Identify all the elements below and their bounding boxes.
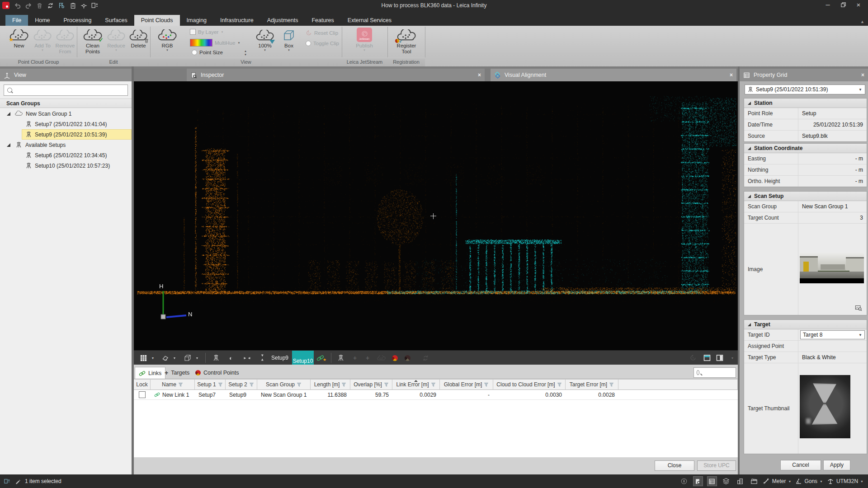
image-zoom-icon[interactable] (855, 304, 862, 311)
target-thumbnail[interactable] (800, 375, 850, 438)
menu-tab-imaging[interactable]: Imaging (180, 15, 213, 26)
section-header[interactable]: Station (744, 99, 867, 108)
layers-icon[interactable] (721, 476, 731, 486)
view-from-station-icon[interactable] (335, 351, 346, 365)
filter-icon[interactable] (178, 382, 183, 387)
store-upc-button[interactable]: Store UPC (697, 460, 736, 471)
clip-cube-dropdown-icon[interactable]: ▼ (194, 351, 200, 365)
station-visibility-icon[interactable] (211, 351, 222, 365)
filter-icon[interactable] (384, 382, 389, 387)
rgb-button[interactable]: RGB ▼ (156, 27, 179, 57)
crs-selector[interactable]: UTM32N ▼ (827, 478, 863, 485)
close-dock-button[interactable]: Close (655, 460, 694, 471)
collapse-icon[interactable] (748, 195, 751, 198)
visual-alignment-panel-tab[interactable]: Visual Alignment × (491, 69, 736, 81)
scan-search-input[interactable] (15, 87, 127, 94)
inspector-panel-tab[interactable]: Inspector × (187, 69, 485, 81)
collapse-icon[interactable] (748, 323, 751, 326)
mirror-horizontal-icon[interactable]: ►◄ (241, 351, 253, 365)
panorama-thumbnail[interactable] (800, 253, 864, 283)
target-id-dropdown[interactable]: Target 8 ▼ (800, 330, 865, 339)
menu-tab-file[interactable]: File (5, 15, 28, 26)
tree-item-setup-selected[interactable]: Setup9 (25/01/2022 10:51:39) (0, 129, 132, 140)
point-size-stepper[interactable]: ▲▼ (244, 50, 247, 56)
column-header-global-error[interactable]: Global Error [m] (440, 380, 493, 390)
column-header-scan-group[interactable]: Scan Group (257, 380, 311, 390)
column-header-link-error[interactable]: Link Error [m] (392, 380, 440, 390)
filter-icon[interactable] (297, 382, 302, 387)
tab-control-points[interactable]: Control Points (192, 367, 243, 379)
clip-cube-icon[interactable] (183, 351, 193, 365)
by-layer-checkbox[interactable] (190, 29, 196, 35)
filter-icon[interactable] (431, 382, 436, 387)
collapse-ribbon-icon[interactable]: ▲ (860, 19, 864, 24)
multihue-toggle[interactable]: MultiHue▼ (190, 39, 240, 47)
angle-unit-selector[interactable]: Gons ▼ (795, 478, 823, 485)
property-grid-panel-tab[interactable]: Property Grid × (740, 69, 868, 81)
eraser-tool-icon[interactable] (160, 351, 170, 365)
tree-item-setup[interactable]: Setup10 (25/01/2022 10:57:23) (0, 160, 132, 171)
new-scan-group-button[interactable]: ★ New (7, 27, 31, 57)
split-view-icon[interactable]: ◐ (226, 351, 236, 365)
create-link-icon[interactable]: ★ (316, 351, 327, 365)
reduce-button[interactable]: Reduce ▼ (106, 27, 127, 57)
filter-icon[interactable] (218, 382, 223, 387)
mirror-vertical-icon[interactable]: ►◄ (255, 352, 270, 364)
collapse-icon[interactable] (748, 102, 751, 105)
property-grid-close-icon[interactable]: × (861, 72, 864, 78)
add-point-icon[interactable]: + (363, 351, 373, 365)
section-header[interactable]: Target (744, 320, 867, 329)
distance-unit-selector[interactable]: Meter ▼ (763, 478, 792, 485)
column-header-overlap[interactable]: Overlap [%] (350, 380, 392, 390)
compass-icon[interactable] (679, 476, 689, 486)
menu-tab-point-clouds[interactable]: Point Clouds (134, 15, 180, 26)
close-button[interactable]: × (851, 0, 866, 11)
column-header-setup2[interactable]: Setup 2 (226, 380, 257, 390)
edit-mode-icon[interactable] (14, 478, 21, 485)
cloud-visibility-icon[interactable] (375, 351, 387, 365)
register-tool-button[interactable]: ↙ Register Tool (392, 27, 420, 57)
filter-icon[interactable] (557, 382, 562, 387)
control-points-alt-icon[interactable] (402, 351, 412, 365)
by-layer-toggle[interactable]: By Layer▼ (190, 29, 223, 35)
toggle-clip-option[interactable]: Toggle Clip (306, 41, 339, 46)
delete-points-button[interactable]: Delete (127, 27, 149, 57)
inspector-toggle-icon[interactable] (693, 476, 703, 486)
filter-icon[interactable] (609, 382, 614, 387)
filter-icon[interactable] (341, 382, 346, 387)
expander-icon[interactable] (7, 112, 10, 116)
column-header-target-error[interactable]: Target Error [m] (566, 380, 618, 390)
publish-button[interactable]: JetStream Publish ▼ (351, 27, 378, 57)
column-header-setup1[interactable]: Setup 1 (195, 380, 226, 390)
point-size-radio[interactable] (192, 50, 197, 55)
apply-button[interactable]: Apply (823, 460, 850, 470)
section-header[interactable]: Station Coordinate (744, 144, 867, 153)
remove-from-button[interactable]: Remove From (53, 27, 77, 57)
split-horizontal-icon[interactable] (702, 351, 712, 365)
minimize-button[interactable]: ─ (820, 0, 835, 11)
add-target-icon[interactable]: + (350, 351, 360, 365)
menu-tab-infrastructure[interactable]: Infrastructure (213, 15, 260, 26)
animation-icon[interactable] (749, 476, 759, 486)
menu-tab-features[interactable]: Features (305, 15, 340, 26)
view-panel-tab[interactable]: View (0, 69, 132, 81)
menu-tab-external-services[interactable]: External Services (341, 15, 398, 26)
point-size-option[interactable]: Point Size (192, 50, 223, 55)
selected-object-dropdown[interactable]: Setup9 (25/01/2022 10:51:39) ▼ (745, 84, 865, 94)
scan-search-box[interactable] (4, 84, 128, 96)
menu-tab-processing[interactable]: Processing (57, 15, 99, 26)
point-density-button[interactable]: 100% ▼ (253, 27, 277, 57)
clip-box-button[interactable]: Box ▼ (278, 27, 299, 57)
add-to-button[interactable]: Add To ▼ (32, 27, 53, 57)
control-points-icon[interactable] (390, 351, 400, 365)
column-header-lock[interactable]: Lock (134, 380, 151, 390)
update-link-icon[interactable] (420, 351, 430, 365)
lock-checkbox[interactable] (139, 391, 146, 398)
grid-view-dropdown-icon[interactable]: ▼ (150, 351, 156, 365)
visual-alignment-close-icon[interactable]: × (730, 72, 733, 78)
column-header-length[interactable]: Length [m] (311, 380, 350, 390)
tab-targets[interactable]: + Targets (161, 367, 193, 379)
section-header[interactable]: Scan Setup (744, 192, 867, 201)
reset-rotation-icon[interactable] (688, 351, 698, 365)
table-row[interactable]: New Link 1 Setup7 Setup9 New Scan Group … (134, 390, 738, 400)
